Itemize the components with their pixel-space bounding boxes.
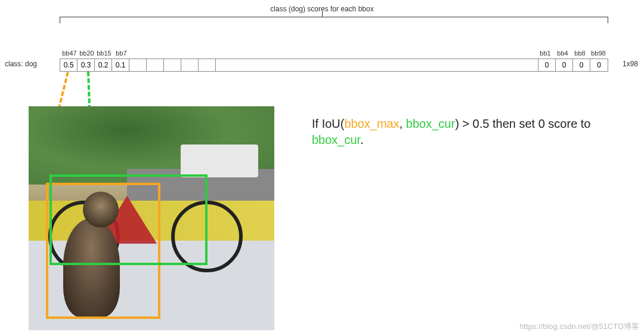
- score-cell: 0.3: [78, 59, 95, 71]
- bbox-label: bb20: [78, 50, 95, 57]
- score-cell: 0: [538, 59, 556, 71]
- bbox-label: bb98: [589, 50, 608, 57]
- bbox-cur-term: bbox_cur: [312, 133, 360, 146]
- score-cell: 0: [590, 59, 608, 71]
- score-vector: 0.5 0.3 0.2 0.1 0 0 0 0: [60, 59, 608, 72]
- score-cell: 0: [573, 59, 590, 71]
- score-cell-empty: [164, 59, 181, 71]
- bbox-cur-rect: [49, 174, 208, 265]
- bbox-id-labels: bb47 bb20 bb15 bb7 bb1 bb4 bb8 bb98: [60, 50, 608, 58]
- text-part: .: [360, 133, 364, 146]
- score-cell-empty: [199, 59, 216, 71]
- class-label: class: dog: [5, 60, 37, 68]
- score-cell-empty: [147, 59, 164, 71]
- bbox-label: bb4: [554, 50, 571, 57]
- bracket-span: [60, 17, 608, 29]
- score-cell-empty: [129, 59, 147, 71]
- pointer-line-bbox-max: [58, 72, 69, 109]
- bbox-label: bb8: [571, 50, 589, 57]
- score-cell-ellipsis: [216, 59, 538, 71]
- bracket-tick: [322, 11, 323, 17]
- bbox-cur-term: bbox_cur: [406, 117, 455, 130]
- score-cell: 0.2: [95, 59, 112, 71]
- bbox-label: bb47: [61, 50, 78, 57]
- score-cell-empty: [181, 59, 199, 71]
- score-cell: 0.5: [60, 59, 78, 71]
- score-cell: 0: [556, 59, 573, 71]
- bbox-max-term: bbox_max: [344, 117, 399, 130]
- bbox-label: bb7: [113, 50, 130, 57]
- van-shape: [181, 145, 258, 177]
- watermark: https://blog.csdn.net/@51CTO博客: [519, 321, 639, 332]
- text-part: ) > 0.5 then set 0 score to: [455, 117, 590, 130]
- example-image: [29, 106, 274, 330]
- dimension-label: 1x98: [623, 60, 638, 68]
- score-cell: 0.1: [112, 59, 129, 71]
- bbox-label: bb15: [95, 50, 113, 57]
- text-part: If IoU(: [312, 117, 344, 130]
- explanation-text: If IoU(bbox_max, bbox_cur) > 0.5 then se…: [312, 116, 626, 148]
- text-part: ,: [400, 117, 406, 130]
- pointer-line-bbox-cur: [87, 72, 91, 110]
- bbox-label: bb1: [537, 50, 554, 57]
